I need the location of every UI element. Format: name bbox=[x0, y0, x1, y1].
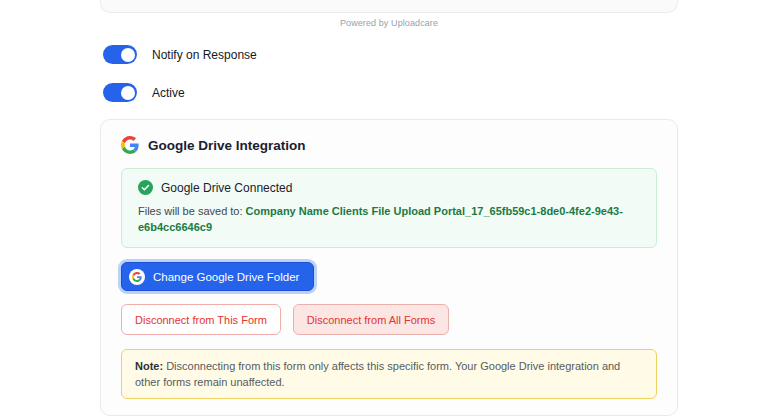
save-destination-line: Files will be saved to: Company Name Cli… bbox=[138, 203, 640, 235]
google-logo-icon bbox=[121, 136, 139, 154]
disconnect-form-button[interactable]: Disconnect from This Form bbox=[121, 304, 281, 335]
notify-toggle[interactable] bbox=[103, 45, 137, 64]
powered-by-text: Powered by Uploadcare bbox=[100, 18, 678, 28]
connection-status-text: Google Drive Connected bbox=[161, 181, 292, 195]
content-column: Powered by Uploadcare Notify on Response… bbox=[100, 0, 678, 416]
active-toggle[interactable] bbox=[103, 83, 137, 102]
disconnect-buttons-row: Disconnect from This Form Disconnect fro… bbox=[121, 304, 657, 335]
card-header: Google Drive Integration bbox=[121, 136, 657, 154]
notify-toggle-label: Notify on Response bbox=[152, 48, 257, 62]
change-folder-button-label: Change Google Drive Folder bbox=[153, 271, 299, 283]
disconnect-all-button[interactable]: Disconnect from All Forms bbox=[293, 304, 449, 335]
card-title: Google Drive Integration bbox=[148, 138, 306, 153]
active-toggle-row: Active bbox=[103, 83, 678, 102]
notify-toggle-row: Notify on Response bbox=[103, 45, 678, 64]
toggle-knob bbox=[121, 86, 135, 100]
note-box: Note: Disconnecting from this form only … bbox=[121, 349, 657, 399]
check-circle-icon bbox=[138, 180, 153, 195]
note-text: Disconnecting from this form only affect… bbox=[135, 360, 620, 388]
active-toggle-label: Active bbox=[152, 86, 185, 100]
toggle-knob bbox=[121, 48, 135, 62]
google-drive-integration-card: Google Drive Integration Google Drive Co… bbox=[100, 119, 678, 416]
connection-status-box: Google Drive Connected Files will be sav… bbox=[121, 168, 657, 248]
change-folder-button[interactable]: Change Google Drive Folder bbox=[121, 262, 314, 291]
collapsed-panel-bottom bbox=[100, 0, 678, 13]
status-row: Google Drive Connected bbox=[138, 180, 640, 195]
note-label: Note: bbox=[135, 360, 163, 372]
google-g-icon bbox=[129, 269, 145, 285]
save-destination-prefix: Files will be saved to: bbox=[138, 205, 246, 217]
